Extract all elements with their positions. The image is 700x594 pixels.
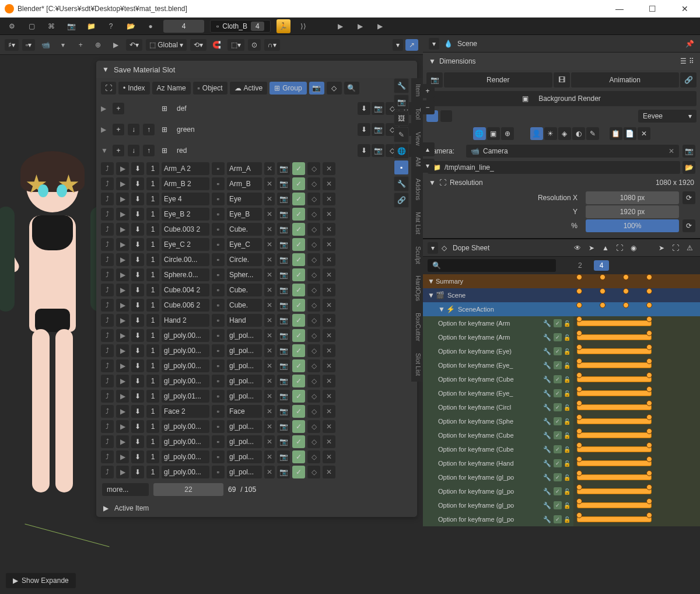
bg-render-button[interactable]: ▣ Background Render bbox=[426, 91, 696, 106]
row-object-name[interactable]: gl_poly.00... bbox=[162, 359, 209, 372]
row-object-name[interactable]: Cube.006 2 bbox=[162, 299, 209, 312]
track-lock-icon[interactable]: 🔓 bbox=[563, 347, 571, 355]
row-flag-icon[interactable]: ⤴ bbox=[101, 299, 114, 312]
track-enable-checkbox[interactable]: ✓ bbox=[554, 473, 562, 481]
row-checkbox[interactable]: ✓ bbox=[292, 314, 305, 327]
track-enable-checkbox[interactable]: ✓ bbox=[554, 501, 562, 509]
row-download-button[interactable]: ⬇ bbox=[131, 450, 144, 463]
row-diamond-icon[interactable]: ◇ bbox=[307, 268, 320, 281]
row-checkbox[interactable]: ✓ bbox=[292, 375, 305, 387]
track-enable-checkbox[interactable]: ✓ bbox=[554, 333, 562, 341]
vert-tab-sculpt[interactable]: Sculpt bbox=[411, 240, 423, 270]
page-slider[interactable]: 22 bbox=[153, 483, 223, 496]
dope-track[interactable] bbox=[573, 302, 700, 316]
row-material-name[interactable]: gl_pol... bbox=[227, 420, 262, 433]
dope-track[interactable] bbox=[573, 470, 700, 484]
copy-icon[interactable]: 📋 bbox=[610, 127, 622, 140]
res-refresh2-icon[interactable]: ⟳ bbox=[682, 219, 695, 232]
vert-tab-addons[interactable]: Addons bbox=[411, 173, 423, 206]
dope-track[interactable] bbox=[573, 484, 700, 498]
timeline-current[interactable]: 4 bbox=[594, 260, 610, 271]
shade-dropdown[interactable]: ▫▾ bbox=[22, 39, 35, 51]
render-anim-icon[interactable]: 🎞 bbox=[554, 72, 570, 88]
track-enable-checkbox[interactable]: ✓ bbox=[554, 375, 562, 383]
row-checkbox[interactable]: ✓ bbox=[292, 390, 305, 403]
track-lock-icon[interactable]: 🔓 bbox=[563, 445, 571, 453]
row-camera-button[interactable]: 📷 bbox=[277, 466, 290, 478]
snap-dropdown[interactable]: ⟲▾ bbox=[190, 39, 206, 51]
row-download-button[interactable]: ⬇ bbox=[131, 268, 144, 281]
row-material-name[interactable]: Cube. bbox=[227, 284, 262, 296]
down-icon[interactable]: ▾ bbox=[56, 38, 70, 52]
undo-dropdown[interactable]: ↶▾ bbox=[126, 39, 142, 51]
vert-tab-item[interactable]: Item bbox=[411, 78, 423, 102]
track-enable-checkbox[interactable]: ✓ bbox=[554, 487, 562, 495]
dope-track[interactable] bbox=[573, 428, 700, 442]
close-button[interactable]: ✕ bbox=[674, 1, 695, 17]
row-delete-button[interactable]: ✕ bbox=[323, 223, 335, 236]
row-chk-icon[interactable]: ▫ bbox=[212, 299, 225, 312]
row-delete-button[interactable]: ✕ bbox=[323, 329, 335, 342]
record-icon[interactable]: ● bbox=[144, 19, 158, 33]
row-material-name[interactable]: Eye bbox=[227, 193, 262, 205]
row-chk-icon[interactable]: ▫ bbox=[212, 329, 225, 342]
square-icon[interactable]: ▪ bbox=[394, 160, 409, 175]
move-down-button[interactable]: ↓ bbox=[128, 145, 139, 156]
row-clear-icon[interactable]: ✕ bbox=[264, 405, 275, 418]
dot-icon[interactable]: ◉ bbox=[628, 242, 639, 254]
row-chk-icon[interactable]: ▫ bbox=[212, 162, 225, 175]
camera-clear-icon[interactable]: ✕ bbox=[668, 147, 674, 155]
row-chk-icon[interactable]: ▫ bbox=[212, 435, 225, 448]
row-play-icon[interactable]: ▶ bbox=[116, 450, 129, 463]
group-expand-icon[interactable]: ▶ bbox=[101, 104, 109, 113]
row-clear-icon[interactable]: ✕ bbox=[264, 435, 275, 448]
track-name[interactable]: Option for keyframe (Sphe bbox=[438, 418, 541, 425]
row-checkbox[interactable]: ✓ bbox=[292, 359, 305, 372]
move-up-button[interactable]: ↑ bbox=[143, 124, 155, 135]
row-delete-button[interactable]: ✕ bbox=[323, 284, 335, 296]
row-clear-icon[interactable]: ✕ bbox=[264, 375, 275, 387]
dope-track[interactable] bbox=[573, 358, 700, 372]
camera-snap-icon[interactable]: 📷 bbox=[682, 145, 695, 158]
group-camera-button[interactable]: 📷 bbox=[372, 123, 384, 136]
dope-track[interactable] bbox=[573, 400, 700, 414]
row-download-button[interactable]: ⬇ bbox=[131, 162, 144, 175]
row-flag-icon[interactable]: ⤴ bbox=[101, 390, 114, 403]
next-icon[interactable]: ⟩⟩ bbox=[296, 19, 310, 33]
track-name[interactable]: Option for keyframe (Cube bbox=[438, 432, 541, 439]
row-flag-icon[interactable]: ⤴ bbox=[101, 162, 114, 175]
row-play-icon[interactable]: ▶ bbox=[116, 208, 129, 221]
row-flag-icon[interactable]: ⤴ bbox=[101, 405, 114, 418]
active-item-collapse-icon[interactable]: ▶ bbox=[103, 504, 108, 512]
row-object-name[interactable]: Eye 4 bbox=[162, 193, 209, 205]
row-delete-button[interactable]: ✕ bbox=[323, 177, 335, 190]
row-play-icon[interactable]: ▶ bbox=[116, 299, 129, 312]
vert-tab-tool[interactable]: Tool bbox=[411, 102, 423, 125]
row-clear-icon[interactable]: ✕ bbox=[264, 162, 275, 175]
row-camera-button[interactable]: 📷 bbox=[277, 450, 290, 463]
filter-dropdown[interactable]: ▾ bbox=[393, 39, 403, 51]
list-icon[interactable]: ☰ bbox=[680, 57, 687, 65]
row-object-name[interactable]: gl_poly.00... bbox=[162, 375, 209, 387]
3d-viewport[interactable]: ▼ Save Material Slot + − ▴ ▾ ⛶ • Index A… bbox=[0, 55, 423, 594]
row-clear-icon[interactable]: ✕ bbox=[264, 344, 275, 357]
row-flag-icon[interactable]: ⤴ bbox=[101, 359, 114, 372]
row-play-icon[interactable]: ▶ bbox=[116, 344, 129, 357]
row-play-icon[interactable]: ▶ bbox=[116, 329, 129, 342]
panel-collapse-icon[interactable]: ▼ bbox=[102, 65, 109, 74]
dope-track[interactable] bbox=[573, 288, 700, 302]
diamond-tab[interactable]: ◇ bbox=[327, 82, 342, 95]
row-delete-button[interactable]: ✕ bbox=[323, 268, 335, 281]
row-checkbox[interactable]: ✓ bbox=[292, 344, 305, 357]
resolution-collapse-icon[interactable]: ▼ bbox=[429, 179, 436, 187]
row-clear-icon[interactable]: ✕ bbox=[264, 390, 275, 403]
row-material-name[interactable]: gl_pol... bbox=[227, 375, 262, 387]
engine-square2[interactable] bbox=[440, 110, 452, 122]
menu-icon[interactable]: ⛶ bbox=[670, 242, 681, 254]
active-tab[interactable]: ☁Active bbox=[230, 82, 268, 95]
track-lock-icon[interactable]: 🔓 bbox=[563, 375, 571, 383]
row-play-icon[interactable]: ▶ bbox=[116, 238, 129, 251]
row-object-name[interactable]: gl_poly.00... bbox=[162, 329, 209, 342]
row-diamond-icon[interactable]: ◇ bbox=[307, 375, 320, 387]
track-enable-checkbox[interactable]: ✓ bbox=[554, 515, 562, 523]
